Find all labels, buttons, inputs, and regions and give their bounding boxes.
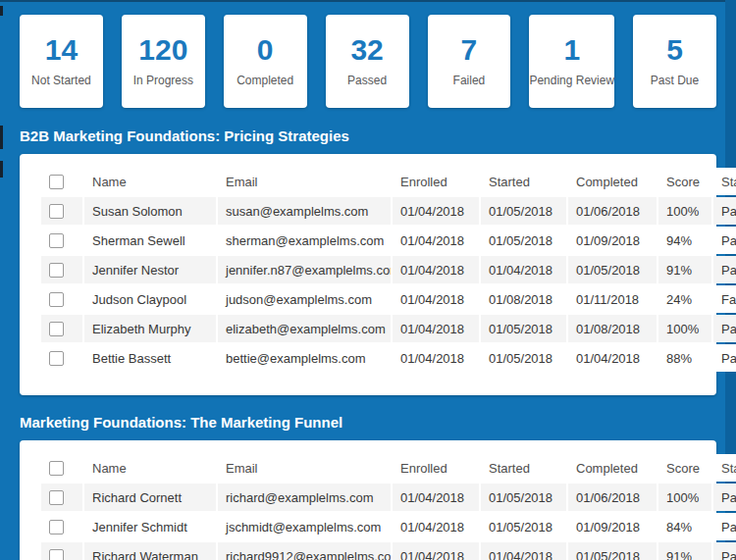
cell-score: 84% bbox=[658, 513, 711, 540]
cell-name: Susan Solomon bbox=[84, 197, 216, 225]
row-checkbox[interactable] bbox=[49, 322, 64, 336]
cell-completed: 01/11/2018 bbox=[568, 285, 657, 313]
stat-card-failed[interactable]: 7Failed bbox=[428, 15, 511, 108]
select-all-checkbox[interactable] bbox=[49, 175, 64, 189]
table-row[interactable]: Richard Cornettrichard@examplelms.com01/… bbox=[41, 484, 736, 511]
column-header-started[interactable]: Started bbox=[481, 454, 566, 482]
row-checkbox-cell bbox=[41, 513, 82, 540]
cell-started: 01/05/2018 bbox=[481, 197, 566, 225]
left-edge-decoration bbox=[0, 161, 3, 178]
course-section-marketing-foundations-the-marketing-funnel: Marketing Foundations: The Marketing Fun… bbox=[20, 414, 716, 560]
column-header-score[interactable]: Score bbox=[658, 168, 711, 195]
row-checkbox[interactable] bbox=[49, 204, 64, 219]
section-title: B2B Marketing Foundations: Pricing Strat… bbox=[20, 127, 716, 145]
cell-enrolled: 01/04/2018 bbox=[393, 344, 479, 372]
stat-value: 120 bbox=[138, 35, 187, 65]
section-title: Marketing Foundations: The Marketing Fun… bbox=[20, 414, 716, 432]
cell-started: 01/04/2018 bbox=[481, 256, 566, 283]
cell-score: 91% bbox=[658, 542, 711, 560]
row-checkbox[interactable] bbox=[49, 292, 64, 307]
table-row[interactable]: Elizabeth Murphyelizabeth@examplelms.com… bbox=[41, 315, 736, 342]
column-header-name[interactable]: Name bbox=[84, 168, 216, 195]
stat-card-in-progress[interactable]: 120In Progress bbox=[122, 15, 205, 108]
cell-enrolled: 01/04/2018 bbox=[393, 513, 479, 540]
cell-completed: 01/05/2018 bbox=[568, 542, 657, 560]
cell-name: Bettie Bassett bbox=[84, 344, 216, 372]
cell-completed: 01/04/2018 bbox=[568, 344, 657, 372]
stat-label: Passed bbox=[347, 74, 387, 87]
table-row[interactable]: Judson Claypooljudson@examplelms.com01/0… bbox=[41, 285, 736, 313]
column-header-status[interactable]: Status bbox=[713, 168, 736, 195]
cell-status: Passed bbox=[713, 484, 736, 511]
cell-name: Richard Waterman bbox=[84, 542, 216, 560]
stat-label: Completed bbox=[237, 74, 293, 87]
cell-completed: 01/06/2018 bbox=[568, 197, 657, 225]
stat-label: Failed bbox=[453, 74, 486, 87]
row-checkbox-cell bbox=[41, 315, 82, 342]
cell-status: Passed bbox=[713, 513, 736, 540]
cell-enrolled: 01/04/2018 bbox=[393, 484, 479, 511]
cell-score: 94% bbox=[658, 227, 711, 254]
column-header-completed[interactable]: Completed bbox=[568, 168, 657, 195]
column-header-completed[interactable]: Completed bbox=[568, 454, 657, 482]
stat-card-not-started[interactable]: 14Not Started bbox=[20, 15, 103, 108]
cell-email: elizabeth@examplelms.com bbox=[218, 315, 391, 342]
cell-name: Elizabeth Murphy bbox=[84, 315, 216, 342]
table-card: NameEmailEnrolledStartedCompletedScoreSt… bbox=[20, 440, 716, 560]
table-row[interactable]: Sherman Sewellsherman@examplelms.com01/0… bbox=[41, 227, 736, 254]
cell-status: Failed bbox=[713, 285, 736, 313]
table-row[interactable]: Jennifer Schmidtjschmidt@examplelms.com0… bbox=[41, 513, 736, 540]
column-header-name[interactable]: Name bbox=[84, 454, 216, 482]
table-row[interactable]: Bettie Bassettbettie@examplelms.com01/04… bbox=[41, 344, 736, 372]
stat-card-pending-review[interactable]: 1Pending Review bbox=[529, 15, 614, 108]
column-header-enrolled[interactable]: Enrolled bbox=[393, 454, 479, 482]
cell-email: jschmidt@examplelms.com bbox=[218, 513, 391, 540]
cell-name: Judson Claypool bbox=[84, 285, 216, 313]
table-row[interactable]: Susan Solomonsusan@examplelms.com01/04/2… bbox=[41, 197, 736, 225]
stat-card-past-due[interactable]: 5Past Due bbox=[633, 15, 716, 108]
row-checkbox[interactable] bbox=[49, 490, 64, 505]
cell-email: jennifer.n87@examplelms.com bbox=[218, 256, 391, 283]
cell-status: Passed bbox=[713, 256, 736, 283]
cell-name: Sherman Sewell bbox=[84, 227, 216, 254]
row-checkbox-cell bbox=[41, 256, 82, 283]
column-header-email[interactable]: Email bbox=[218, 168, 391, 195]
column-header-started[interactable]: Started bbox=[481, 168, 566, 195]
cell-email: richard9912@examplelms.com bbox=[218, 542, 391, 560]
cell-score: 100% bbox=[658, 197, 711, 225]
column-header-enrolled[interactable]: Enrolled bbox=[393, 168, 479, 195]
cell-started: 01/05/2018 bbox=[481, 315, 566, 342]
cell-started: 01/05/2018 bbox=[481, 513, 566, 540]
stats-row: 14Not Started120In Progress0Completed32P… bbox=[20, 15, 716, 108]
row-checkbox[interactable] bbox=[49, 549, 64, 560]
row-checkbox-cell bbox=[41, 285, 82, 313]
cell-started: 01/05/2018 bbox=[481, 484, 566, 511]
stat-card-passed[interactable]: 32Passed bbox=[326, 15, 409, 108]
cell-completed: 01/06/2018 bbox=[568, 484, 657, 511]
row-checkbox[interactable] bbox=[49, 233, 64, 248]
stat-value: 32 bbox=[350, 35, 383, 65]
column-header-score[interactable]: Score bbox=[658, 454, 711, 482]
table-row[interactable]: Richard Watermanrichard9912@examplelms.c… bbox=[41, 542, 736, 560]
cell-started: 01/05/2018 bbox=[481, 344, 566, 372]
table-row[interactable]: Jennifer Nestorjennifer.n87@examplelms.c… bbox=[41, 256, 736, 283]
stat-value: 5 bbox=[666, 35, 683, 65]
column-header-email[interactable]: Email bbox=[218, 454, 391, 482]
row-checkbox[interactable] bbox=[49, 351, 64, 366]
row-checkbox[interactable] bbox=[49, 520, 64, 535]
row-checkbox-cell bbox=[41, 344, 82, 372]
column-header-status[interactable]: Status bbox=[713, 454, 736, 482]
row-checkbox[interactable] bbox=[49, 263, 64, 278]
stat-card-completed[interactable]: 0Completed bbox=[224, 15, 307, 108]
cell-status: Passed bbox=[713, 315, 736, 342]
cell-enrolled: 01/04/2018 bbox=[393, 197, 479, 225]
cell-started: 01/04/2018 bbox=[481, 542, 566, 560]
cell-email: richard@examplelms.com bbox=[218, 484, 391, 511]
select-all-checkbox[interactable] bbox=[49, 461, 64, 476]
stat-label: Past Due bbox=[651, 74, 699, 87]
roster-table: NameEmailEnrolledStartedCompletedScoreSt… bbox=[39, 166, 736, 374]
cell-completed: 01/09/2018 bbox=[568, 513, 657, 540]
cell-enrolled: 01/04/2018 bbox=[393, 315, 479, 342]
cell-status: Passed bbox=[713, 197, 736, 225]
cell-enrolled: 01/04/2018 bbox=[393, 227, 479, 254]
